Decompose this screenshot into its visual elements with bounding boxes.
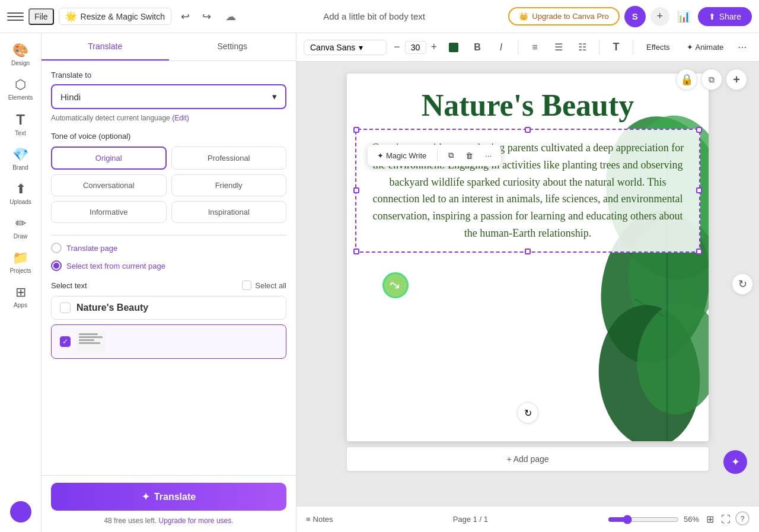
magic-write-label: Magic Write [386, 151, 426, 160]
hamburger-menu[interactable] [7, 8, 24, 25]
radio-circle-text [51, 260, 62, 271]
font-size-input[interactable] [405, 41, 426, 54]
sidebar-item-apps[interactable]: ⊞ Apps [3, 280, 39, 313]
effects-button[interactable]: Effects [640, 40, 676, 54]
radio-select-text[interactable]: Select text from current page [51, 260, 286, 271]
notes-icon: ≡ [306, 515, 311, 524]
page-info: Page 1 / 1 [453, 515, 488, 524]
sidebar-item-brand[interactable]: 💎 Brand [3, 142, 39, 176]
handle-mr[interactable] [696, 187, 702, 193]
translate-button[interactable]: ✦ Translate [51, 483, 286, 511]
brand-label: Brand [12, 164, 28, 171]
slide-title[interactable]: Nature's Beauty [347, 74, 709, 129]
help-button[interactable]: ? [735, 511, 750, 525]
align-center-button[interactable]: ☰ [549, 38, 568, 57]
magic-write-button[interactable]: ✦ Magic Write [374, 149, 430, 163]
font-size-decrease[interactable]: − [391, 40, 403, 55]
bold-button[interactable]: B [468, 38, 487, 57]
translate-to-label: Translate to [51, 71, 286, 79]
user-avatar[interactable]: S [624, 6, 646, 27]
delete-element-button[interactable]: 🗑 [462, 149, 477, 163]
zoom-level: 56% [684, 515, 699, 524]
sidebar-item-elements[interactable]: ⬡ Elements [3, 72, 39, 106]
align-left-button[interactable]: ≡ [525, 38, 544, 57]
cloud-save-button[interactable]: ☁ [221, 7, 240, 26]
document-title[interactable]: Add a little bit of body text [323, 11, 425, 21]
format-divider-1 [518, 40, 518, 55]
add-element-button[interactable]: + [726, 69, 747, 90]
grid-view-button[interactable]: ⊞ [704, 511, 716, 527]
handle-bc[interactable] [525, 249, 531, 254]
draw-icon: ✏ [15, 216, 26, 231]
dropdown-arrow-icon: ▾ [272, 91, 277, 102]
assistant-button[interactable] [10, 501, 31, 523]
tone-original[interactable]: Original [51, 146, 167, 170]
notes-button[interactable]: ≡ Notes [306, 515, 333, 524]
sidebar-item-draw[interactable]: ✏ Draw [3, 211, 39, 244]
text-item-natures-beauty[interactable]: Nature's Beauty [51, 296, 286, 320]
undo-button[interactable]: ↩ [176, 7, 195, 26]
magic-assistant-button[interactable]: ✦ [723, 450, 747, 474]
handle-tl[interactable] [353, 127, 359, 133]
select-all-label[interactable]: Select all [242, 281, 286, 290]
tone-informative[interactable]: Informative [51, 201, 167, 223]
align-right-button[interactable]: ☷ [573, 38, 592, 57]
add-page-button[interactable]: + Add page [347, 447, 709, 471]
apps-icon: ⊞ [15, 285, 26, 300]
add-collaborator-button[interactable]: + [650, 7, 669, 26]
copy-canvas-button[interactable]: ⧉ [701, 69, 722, 90]
animate-button[interactable]: ✦ Animate [681, 40, 730, 54]
text-item-2-checkbox[interactable]: ✓ [60, 336, 71, 347]
tone-professional[interactable]: Professional [171, 146, 287, 170]
text-item-body[interactable]: ✓ [51, 324, 286, 359]
bottom-left: ≡ Notes [306, 515, 333, 524]
panel-divider [51, 235, 286, 235]
tone-inspirational[interactable]: Inspirational [171, 201, 287, 223]
sidebar-item-design[interactable]: 🎨 Design [3, 38, 39, 71]
font-name: Canva Sans [310, 43, 355, 52]
share-label: Share [719, 12, 741, 21]
language-dropdown[interactable]: Hindi ▾ [51, 84, 286, 109]
file-menu[interactable]: File [28, 8, 54, 25]
zoom-slider[interactable] [608, 515, 679, 524]
handle-bl[interactable] [353, 249, 359, 254]
toolbar-divider-1 [437, 149, 438, 161]
magic-switch-button[interactable]: 🌟 Resize & Magic Switch [59, 8, 171, 25]
font-size-increase[interactable]: + [429, 40, 440, 55]
tone-friendly[interactable]: Friendly [171, 174, 287, 196]
upgrade-button[interactable]: 👑 Upgrade to Canva Pro [508, 7, 619, 26]
sidebar-item-uploads[interactable]: ⬆ Uploads [3, 177, 39, 210]
lock-button[interactable]: 🔒 [676, 69, 697, 90]
radio-text-label: Select text from current page [66, 262, 165, 270]
auto-detect-text: Automatically detect current language (E… [51, 114, 286, 122]
refresh-element-button[interactable]: ↻ [517, 402, 538, 423]
handle-br[interactable] [696, 249, 702, 254]
canvas-refresh-button[interactable]: ↻ [732, 273, 753, 295]
tab-settings[interactable]: Settings [169, 33, 296, 60]
fullscreen-button[interactable]: ⛶ [719, 511, 733, 527]
duplicate-element-button[interactable]: ⧉ [445, 148, 457, 163]
select-all-checkbox[interactable] [242, 281, 251, 290]
text-item-1-checkbox[interactable] [60, 302, 71, 313]
analytics-button[interactable]: 📊 [674, 7, 693, 26]
italic-button[interactable]: I [492, 38, 511, 57]
text-color-button[interactable] [444, 38, 463, 57]
sidebar-item-projects[interactable]: 📁 Projects [3, 246, 39, 279]
text-format-button[interactable]: T [607, 38, 626, 57]
tab-translate[interactable]: Translate [42, 33, 169, 60]
radio-translate-page[interactable]: Translate page [51, 243, 286, 253]
auto-detect-edit-link[interactable]: (Edit) [172, 114, 189, 122]
upgrade-more-link[interactable]: Upgrade for more uses. [159, 517, 234, 525]
redo-button[interactable]: ↪ [197, 7, 216, 26]
font-family-select[interactable]: Canva Sans ▾ [304, 40, 387, 55]
more-options-button[interactable]: ··· [734, 39, 750, 56]
translate-btn-label: Translate [154, 492, 196, 502]
canvas-area[interactable]: 🔒 ⧉ + Nature's Beauty ✦ Magic Write [296, 62, 759, 506]
handle-tc[interactable] [525, 127, 531, 133]
tone-conversational[interactable]: Conversational [51, 174, 167, 196]
handle-ml[interactable] [353, 187, 359, 193]
share-button[interactable]: ⬆ Share [698, 7, 752, 26]
handle-tr[interactable] [696, 127, 702, 133]
more-element-options[interactable]: ··· [481, 149, 495, 163]
sidebar-item-text[interactable]: T Text [3, 107, 39, 141]
